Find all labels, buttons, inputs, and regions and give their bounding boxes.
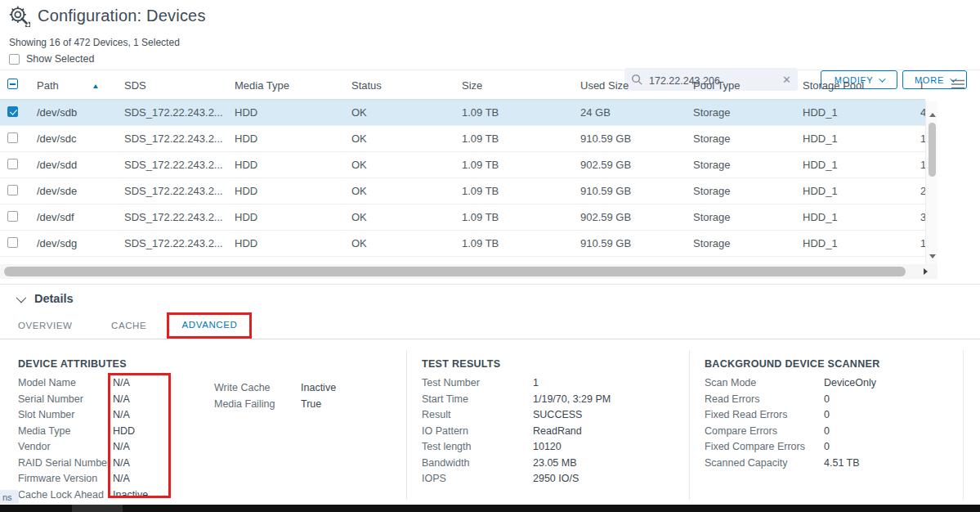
details-title: Details	[34, 292, 74, 305]
cell-path: /dev/sdg	[29, 237, 117, 249]
chevron-down-icon	[16, 292, 27, 303]
cell-used-size: 910.59 GB	[573, 132, 686, 145]
column-header-media-type[interactable]: Media Type	[227, 79, 344, 92]
test-row: ResultSUCCESS	[422, 409, 683, 425]
panel-divider	[406, 350, 407, 500]
row-checkbox[interactable]	[7, 237, 18, 248]
cell-storage-pool: HDD_1	[795, 106, 913, 119]
cell-pool-type: Storage	[686, 132, 795, 145]
row-checkbox[interactable]	[7, 185, 18, 195]
device-attributes-title: DEVICE ATTRIBUTES	[18, 358, 402, 370]
configuration-gear-icon	[8, 5, 30, 27]
cell-last: 2	[913, 185, 925, 197]
scanner-row: Compare Errors0	[705, 425, 966, 442]
table-row-sdc[interactable]: /dev/sdc SDS_172.22.243.2... HDD OK 1.09…	[0, 126, 925, 152]
test-row: IO PatternReadRand	[422, 425, 683, 442]
column-header-sds[interactable]: SDS	[117, 79, 227, 92]
scanner-row: Fixed Compare Errors0	[705, 441, 966, 457]
device-attributes-panel: DEVICE ATTRIBUTES Model NameN/A Serial N…	[18, 358, 402, 505]
test-row: Test Number1	[422, 377, 683, 393]
cell-used-size: 910.59 GB	[573, 237, 686, 249]
cell-path: /dev/sdf	[29, 211, 117, 223]
tab-cache[interactable]: CACHE	[111, 312, 146, 339]
cell-size: 1.09 TB	[454, 211, 573, 223]
cell-last: 1.	[913, 237, 925, 249]
cell-pool-type: Storage	[686, 237, 795, 249]
cell-media-type: HDD	[227, 132, 344, 145]
cell-size: 1.09 TB	[454, 185, 573, 197]
app-window: Configuration: Devices Showing 16 of 472…	[0, 0, 980, 512]
column-header-used-size[interactable]: Used Size	[573, 79, 686, 92]
attr-row: Cache Lock AheadInactive	[18, 489, 402, 505]
cell-status: OK	[344, 159, 454, 171]
cell-media-type: HDD	[227, 237, 344, 249]
cell-path: /dev/sdb	[29, 106, 117, 119]
cell-last: 1.	[913, 132, 925, 145]
scanner-row: Fixed Read Errors0	[705, 409, 966, 425]
row-checkbox[interactable]	[7, 159, 18, 169]
attr-row: Firmware VersionN/A	[18, 473, 402, 489]
cell-path: /dev/sdd	[29, 159, 117, 171]
test-results-panel: TEST RESULTS Test Number1 Start Time1/19…	[422, 358, 683, 489]
select-all-checkbox[interactable]	[7, 79, 18, 89]
details-collapse-header[interactable]: Details	[16, 292, 74, 305]
cell-pool-type: Storage	[686, 211, 795, 223]
toolbar: Showing 16 of 472 Devices, 1 Selected Sh…	[0, 31, 980, 70]
cell-status: OK	[344, 132, 454, 145]
vertical-scrollbar-thumb[interactable]	[929, 123, 936, 177]
cell-media-type: HDD	[227, 106, 344, 119]
table-row-sdb[interactable]: /dev/sdb SDS_172.22.243.2... HDD OK 1.09…	[0, 100, 925, 126]
horizontal-scrollbar-thumb[interactable]	[4, 267, 906, 276]
attr-row: RAID Serial NumberN/A	[18, 457, 402, 474]
scroll-down-icon[interactable]	[929, 254, 936, 258]
device-attributes-column-2: Write CacheInactive Media FailingTrue	[214, 382, 402, 414]
cell-pool-type: Storage	[686, 185, 795, 197]
cell-storage-pool: HDD_1	[795, 237, 913, 249]
cell-status: OK	[344, 211, 454, 223]
cell-storage-pool: HDD_1	[795, 211, 913, 223]
table-header-row: Path SDS Media Type Status Size Used Siz…	[0, 71, 925, 100]
scanner-row: Read Errors0	[705, 393, 966, 410]
show-selected-checkbox[interactable]: Show Selected	[9, 53, 94, 65]
cell-used-size: 24 GB	[573, 106, 686, 119]
column-header-path[interactable]: Path	[29, 79, 117, 92]
attr-row: Media TypeHDD	[18, 425, 402, 442]
table-row-sdd[interactable]: /dev/sdd SDS_172.22.243.2... HDD OK 1.09…	[0, 152, 925, 178]
row-checkbox[interactable]	[7, 211, 18, 222]
scroll-right-icon[interactable]	[924, 268, 928, 275]
cell-used-size: 902.59 GB	[573, 159, 686, 171]
column-header-storage-pool[interactable]: Storage Pool	[795, 79, 913, 92]
column-header-pool-type[interactable]: Pool Type	[686, 79, 795, 92]
checkbox-icon[interactable]	[9, 54, 20, 65]
horizontal-scrollbar[interactable]	[0, 264, 937, 279]
cell-storage-pool: HDD_1	[795, 185, 913, 197]
cell-path: /dev/sde	[29, 185, 117, 197]
column-header-size[interactable]: Size	[454, 79, 573, 92]
vertical-scrollbar[interactable]	[925, 101, 937, 265]
page-title: Configuration: Devices	[38, 7, 206, 25]
details-section: Details OVERVIEW CACHE ADVANCED DEVICE A…	[0, 284, 980, 505]
column-header-status[interactable]: Status	[344, 79, 454, 92]
tab-overview[interactable]: OVERVIEW	[18, 312, 73, 339]
column-settings-icon[interactable]	[951, 79, 965, 90]
show-selected-label: Show Selected	[26, 53, 94, 65]
table-row-sdg[interactable]: /dev/sdg SDS_172.22.243.2... HDD OK 1.09…	[0, 231, 925, 257]
scroll-up-icon[interactable]	[929, 113, 936, 117]
row-checkbox[interactable]	[7, 106, 18, 117]
table-row-sdf[interactable]: /dev/sdf SDS_172.22.243.2... HDD OK 1.09…	[0, 204, 925, 231]
cell-size: 1.09 TB	[454, 132, 573, 145]
cell-status: OK	[344, 106, 454, 119]
cell-size: 1.09 TB	[454, 106, 573, 119]
cell-sds: SDS_172.22.243.2...	[117, 132, 227, 145]
cell-path: /dev/sdc	[29, 132, 117, 145]
table-body: /dev/sdb SDS_172.22.243.2... HDD OK 1.09…	[0, 100, 925, 257]
column-header-last[interactable]: La	[913, 79, 925, 92]
row-checkbox[interactable]	[7, 132, 18, 143]
attr-row: Media FailingTrue	[214, 398, 402, 415]
tab-advanced[interactable]: ADVANCED	[168, 312, 251, 339]
tabs-divider	[0, 339, 980, 339]
test-row: IOPS2950 IO/S	[422, 473, 683, 489]
cell-sds: SDS_172.22.243.2...	[117, 159, 227, 171]
cell-pool-type: Storage	[686, 106, 795, 119]
table-row-sde[interactable]: /dev/sde SDS_172.22.243.2... HDD OK 1.09…	[0, 178, 925, 204]
